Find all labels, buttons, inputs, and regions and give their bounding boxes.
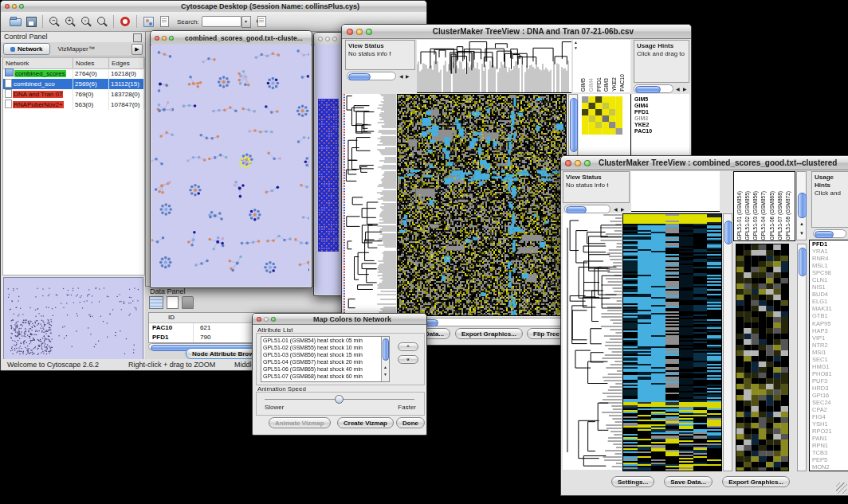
close-icon[interactable]: [155, 36, 159, 41]
treeview1-column-dendrogram[interactable]: [417, 40, 571, 93]
minimize-icon[interactable]: [162, 36, 167, 41]
treeview2-zoom-heatmap[interactable]: [736, 244, 789, 471]
tab-vizmapper[interactable]: VizMapper™: [50, 44, 103, 54]
zoom-window-icon[interactable]: [271, 317, 276, 322]
minimize-icon[interactable]: [264, 317, 269, 322]
vizmap-icon[interactable]: [143, 16, 154, 27]
treeview2-button[interactable]: Save Data...: [664, 476, 713, 487]
scrollbar-thumb[interactable]: [798, 193, 807, 218]
scroll-right-icon[interactable]: ▶: [406, 74, 410, 79]
scroll-down-icon[interactable]: ▼: [574, 46, 578, 50]
resize-grip[interactable]: [836, 483, 847, 494]
treeview2-status-hscrollbar[interactable]: [564, 205, 610, 213]
treeview2-button[interactable]: Settings...: [611, 476, 654, 487]
scroll-up-icon[interactable]: ▲: [383, 365, 387, 369]
scrollbar-thumb[interactable]: [724, 221, 732, 244]
float-panel-icon[interactable]: [133, 33, 142, 42]
search-dropdown-icon[interactable]: ▾: [241, 16, 251, 28]
network1-titlebar[interactable]: combined_scores_good.txt--cluste...: [151, 31, 312, 45]
main-titlebar[interactable]: Cytoscape Desktop (Session Name: collins…: [1, 1, 426, 13]
move-down-button[interactable]: v: [398, 355, 418, 364]
treeview2-labels-vscrollbar[interactable]: ▲ ▼: [796, 171, 807, 240]
treeview1-button[interactable]: Export Graphics...: [455, 328, 523, 339]
close-icon[interactable]: [565, 160, 571, 166]
close-icon[interactable]: [257, 317, 261, 322]
zoom-window-icon[interactable]: [332, 37, 337, 41]
attribute-item[interactable]: GPL51-04 (GSM857) heat shock 20 min: [263, 358, 389, 365]
attribute-item[interactable]: GPL51-02 (GSM855) heat shock 10 min: [263, 344, 389, 351]
scroll-left-icon[interactable]: ◀: [614, 207, 618, 212]
zoom-window-icon[interactable]: [19, 4, 24, 9]
scrollbar-thumb[interactable]: [815, 231, 834, 238]
treeview2-hints-hscrollbar[interactable]: [813, 229, 846, 238]
scrollbar-thumb[interactable]: [799, 248, 807, 276]
network-row[interactable]: combined_sco2569(6)13112(15): [3, 79, 144, 89]
minimize-icon[interactable]: [575, 160, 581, 166]
network-row[interactable]: DNA and Tran 07769(0)183728(0): [3, 89, 144, 100]
zoom-out-icon[interactable]: −: [49, 16, 60, 27]
scroll-right-icon[interactable]: ▶: [621, 207, 625, 212]
network2-grid-canvas[interactable]: [318, 99, 339, 252]
dialog-titlebar[interactable]: Map Colors to Network: [253, 314, 426, 325]
scroll-up-icon[interactable]: ▲: [799, 221, 804, 226]
treeview1-status-hscrollbar[interactable]: [347, 72, 396, 80]
treeview2-button[interactable]: Export Graphics...: [722, 476, 790, 487]
attribute-editor-icon[interactable]: ✎: [256, 16, 267, 27]
scroll-right-icon[interactable]: ▶: [683, 87, 687, 92]
birdseye-view[interactable]: [3, 277, 143, 368]
treeview2-row-dendrogram[interactable]: [563, 213, 622, 470]
attribute-list-vscrollbar[interactable]: ▲ ▼: [381, 337, 389, 381]
network1-canvas[interactable]: [151, 45, 309, 285]
network-row[interactable]: RNAPuberNov2+563(0)107847(0): [3, 100, 144, 110]
treeview1-titlebar[interactable]: ClusterMaker TreeView : DNA and Tran 07-…: [342, 25, 691, 39]
table-grid-icon[interactable]: [149, 296, 163, 309]
treeview1-row-dendrogram[interactable]: [344, 94, 396, 315]
scrollbar-thumb[interactable]: [570, 98, 578, 152]
node-attribute-browser-button[interactable]: Node Attribute Brows: [186, 348, 257, 359]
minimize-icon[interactable]: [356, 29, 363, 35]
treeview2-heatmap[interactable]: [622, 213, 722, 471]
attribute-list[interactable]: GPL51-01 (GSM854) heat shock 05 minGPL51…: [261, 336, 390, 382]
create-vizmap-button[interactable]: Create Vizmap: [337, 417, 394, 428]
trash-icon[interactable]: [182, 296, 194, 309]
scrollbar-thumb[interactable]: [635, 86, 661, 93]
treeview1-zoom-heatmap[interactable]: [582, 96, 622, 135]
help-ring-icon[interactable]: [120, 16, 131, 27]
minimize-icon[interactable]: [325, 37, 330, 41]
scrollbar-thumb[interactable]: [566, 206, 587, 213]
birdseye-canvas[interactable]: [4, 278, 141, 365]
treeview1-hints-hscrollbar[interactable]: [634, 84, 673, 93]
attribute-item[interactable]: GPL51-01 (GSM854) heat shock 05 min: [263, 337, 389, 344]
close-icon[interactable]: [5, 4, 10, 9]
treeview2-gene-list[interactable]: PFD1YRA1RNR4MSL1SPC98CLN1NIS1BUD4ELG1MAK…: [809, 240, 848, 471]
attribute-item[interactable]: GPL51-07 (GSM868) heat shock 60 min: [263, 373, 389, 380]
scroll-up-icon[interactable]: ▲: [574, 41, 578, 45]
treeview2-vscrollbar[interactable]: [723, 213, 732, 471]
scroll-down-icon[interactable]: ▼: [383, 373, 387, 377]
network1-canvas-area[interactable]: [151, 45, 311, 287]
network-row[interactable]: combined_scores2764(0)16218(0): [3, 68, 144, 79]
attribute-item[interactable]: GPL51-03 (GSM856) heat shock 15 min: [263, 351, 389, 358]
zoom-fit-icon[interactable]: [96, 16, 108, 27]
close-icon[interactable]: [318, 37, 323, 41]
scroll-left-icon[interactable]: ◀: [676, 87, 680, 92]
save-icon[interactable]: [26, 16, 37, 27]
zoom-window-icon[interactable]: [169, 36, 174, 41]
treeview2-zoom-vscrollbar[interactable]: [797, 244, 807, 471]
zoom-window-icon[interactable]: [366, 29, 372, 35]
zoom-in-icon[interactable]: +: [65, 16, 76, 27]
done-button[interactable]: Done: [396, 417, 425, 428]
animate-vizmap-button[interactable]: Animate Vizmap: [269, 417, 331, 428]
attribute-item[interactable]: GPL51-06 (GSM865) heat shock 40 min: [263, 365, 389, 373]
zoom-selected-icon[interactable]: ▫: [80, 16, 92, 27]
minimize-icon[interactable]: [12, 4, 17, 9]
annotation-icon[interactable]: [159, 16, 170, 27]
search-input[interactable]: [202, 16, 241, 27]
new-attribute-icon[interactable]: [167, 296, 179, 309]
zoom-window-icon[interactable]: [584, 160, 591, 166]
scrollbar-thumb[interactable]: [348, 73, 371, 80]
move-up-button[interactable]: ^: [398, 342, 418, 351]
scrollbar-thumb[interactable]: [383, 338, 389, 361]
tab-network[interactable]: Network: [3, 43, 50, 55]
scroll-left-icon[interactable]: ◀: [399, 74, 403, 79]
